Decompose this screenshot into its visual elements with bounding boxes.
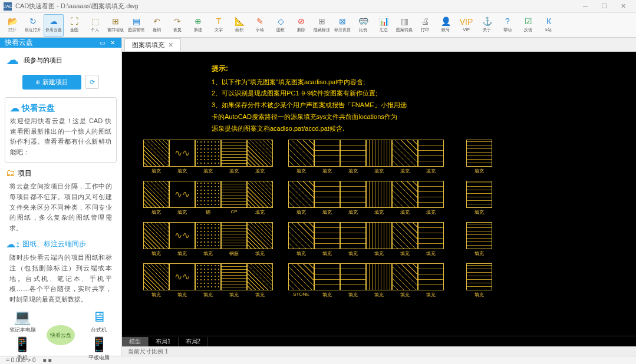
pattern-swatch[interactable] xyxy=(143,263,169,290)
toolbar-反馈[interactable]: ☑反馈 xyxy=(518,14,538,37)
layout-tab[interactable]: 布局1 xyxy=(149,337,179,346)
pattern-swatch[interactable] xyxy=(143,140,169,167)
pattern-swatch[interactable] xyxy=(418,140,444,167)
toolbar-label: 圆框 xyxy=(276,27,285,33)
toolbar-隐藏标注[interactable]: ⊞隐藏标注 xyxy=(312,14,332,37)
pattern-swatch[interactable] xyxy=(466,140,492,167)
toolbar-图案转换[interactable]: ▥图案转换 xyxy=(394,14,414,37)
toolbar-打印[interactable]: 🖨打印 xyxy=(415,14,435,37)
toolbar-icon: 📂 xyxy=(7,16,18,26)
pattern-swatch[interactable] xyxy=(221,181,247,208)
toolbar-关于[interactable]: ⚓关于 xyxy=(477,14,497,37)
pattern-swatch[interactable] xyxy=(169,222,195,249)
toolbar-圆框[interactable]: ◇圆框 xyxy=(271,14,291,37)
pattern-swatch[interactable] xyxy=(466,181,492,208)
pattern-swatch[interactable] xyxy=(366,263,392,290)
pattern-swatch[interactable] xyxy=(340,140,366,167)
cloud-center: 快看云盘 xyxy=(47,325,75,345)
pattern-swatch[interactable] xyxy=(392,263,418,290)
pattern-swatch[interactable] xyxy=(418,181,444,208)
pattern-swatch[interactable] xyxy=(143,181,169,208)
pattern-swatch[interactable] xyxy=(169,140,195,167)
toolbar-全图[interactable]: ⛶全图 xyxy=(64,14,84,37)
sidebar-close-icon[interactable]: ✕ xyxy=(108,39,117,47)
layout-tab[interactable]: 布局2 xyxy=(179,337,209,346)
pattern-swatch[interactable] xyxy=(221,222,247,249)
toolbar-账号[interactable]: 👤账号 xyxy=(436,14,456,37)
pattern-swatch[interactable] xyxy=(392,222,418,249)
toolbar-最近打开[interactable]: ↻最近打开 xyxy=(23,14,43,37)
pattern-swatch[interactable] xyxy=(169,181,195,208)
pattern-swatch[interactable] xyxy=(288,140,314,167)
toolbar-比例[interactable]: 🥽比例 xyxy=(353,14,373,37)
pattern-swatch[interactable] xyxy=(195,263,221,290)
pattern-swatch[interactable] xyxy=(392,140,418,167)
toolbar-汇总[interactable]: 📊汇总 xyxy=(374,14,394,37)
pattern-swatch[interactable] xyxy=(366,181,392,208)
new-project-button[interactable]: ⊕ 新建项目 xyxy=(22,75,81,90)
pattern-swatch[interactable] xyxy=(314,140,340,167)
toolbar-图层管理[interactable]: ▤图层管理 xyxy=(126,14,146,37)
section-sync-label: 图纸、标注云端同步 xyxy=(22,239,86,249)
toolbar-label: 窗口缩放 xyxy=(107,27,124,33)
pattern-swatch[interactable] xyxy=(340,263,366,290)
toolbar-icon: 📊 xyxy=(378,16,389,26)
pattern-swatch[interactable] xyxy=(392,181,418,208)
toolbar-面积[interactable]: 📐面积 xyxy=(229,14,249,37)
pattern-swatch[interactable] xyxy=(314,181,340,208)
pattern-swatch[interactable] xyxy=(195,222,221,249)
pattern-swatch[interactable] xyxy=(169,263,195,290)
db-icon: 🗂 xyxy=(6,168,15,178)
toolbar-打开[interactable]: 📂打开 xyxy=(2,14,22,37)
pattern-swatch[interactable] xyxy=(418,263,444,290)
pattern-swatch[interactable] xyxy=(247,263,273,290)
pattern-swatch[interactable] xyxy=(288,222,314,249)
pattern-swatch[interactable] xyxy=(247,181,273,208)
section-project: 🗂 项目 xyxy=(0,164,121,180)
maximize-button[interactable]: ☐ xyxy=(595,1,614,12)
toolbar-标注设置[interactable]: ⊠标注设置 xyxy=(332,14,352,37)
close-button[interactable]: ✕ xyxy=(614,1,632,12)
toolbar-帮助[interactable]: ?帮助 xyxy=(497,14,518,37)
toolbar-快看云盘[interactable]: ☁快看云盘 xyxy=(44,14,64,37)
pattern-swatch[interactable] xyxy=(340,222,366,249)
pattern-swatch[interactable] xyxy=(466,222,492,249)
toolbar-k站[interactable]: Кk站 xyxy=(539,14,559,37)
pattern-swatch[interactable] xyxy=(288,263,314,290)
toolbar-label: k站 xyxy=(546,27,552,33)
pattern-swatch[interactable] xyxy=(143,222,169,249)
pattern-swatch[interactable] xyxy=(314,222,340,249)
toolbar-label: 汇总 xyxy=(380,27,388,33)
minimize-button[interactable]: ─ xyxy=(576,1,595,12)
tab-close-icon[interactable]: ✕ xyxy=(168,41,173,49)
pattern-swatch[interactable] xyxy=(366,140,392,167)
toolbar-撤销[interactable]: ↶撤销 xyxy=(147,14,167,37)
pattern-swatch[interactable] xyxy=(340,181,366,208)
pattern-swatch[interactable] xyxy=(366,222,392,249)
document-tab[interactable]: 图案填填充 ✕ xyxy=(124,38,181,51)
pattern-swatch[interactable] xyxy=(314,263,340,290)
refresh-button[interactable]: ⟳ xyxy=(85,75,99,89)
pattern-swatch[interactable] xyxy=(221,263,247,290)
toolbar-恢复[interactable]: ↷恢复 xyxy=(167,14,187,37)
toolbar-label: 比例 xyxy=(359,27,367,33)
pattern-swatch[interactable] xyxy=(247,222,273,249)
drawing-canvas[interactable]: 提示: 1、以下作为"填充图案"填充图案acadiso.pat中内容含;2、可以… xyxy=(122,52,636,336)
toolbar-窗口缩放[interactable]: ⊞窗口缩放 xyxy=(106,14,126,37)
pattern-swatch[interactable] xyxy=(466,263,492,290)
toolbar-手绘[interactable]: ✎手绘 xyxy=(250,14,270,37)
toolbar-VIP[interactable]: VIPVIP xyxy=(456,14,476,37)
pattern-swatch[interactable] xyxy=(247,140,273,167)
device-item: 💻笔记本电脑 xyxy=(5,309,41,334)
toolbar-个人[interactable]: ⬚个人 xyxy=(85,14,105,37)
layout-tab[interactable]: 模型 xyxy=(122,337,149,346)
toolbar-删除[interactable]: ⊘删除 xyxy=(291,14,311,37)
pattern-swatch[interactable] xyxy=(288,181,314,208)
pattern-swatch[interactable] xyxy=(195,181,221,208)
toolbar-新建[interactable]: ⊕新建 xyxy=(188,14,208,37)
pattern-swatch[interactable] xyxy=(418,222,444,249)
sidebar-pin-icon[interactable]: ▭ xyxy=(98,39,106,47)
toolbar-文字[interactable]: T文字 xyxy=(209,14,229,37)
pattern-swatch[interactable] xyxy=(195,140,221,167)
pattern-swatch[interactable] xyxy=(221,140,247,167)
